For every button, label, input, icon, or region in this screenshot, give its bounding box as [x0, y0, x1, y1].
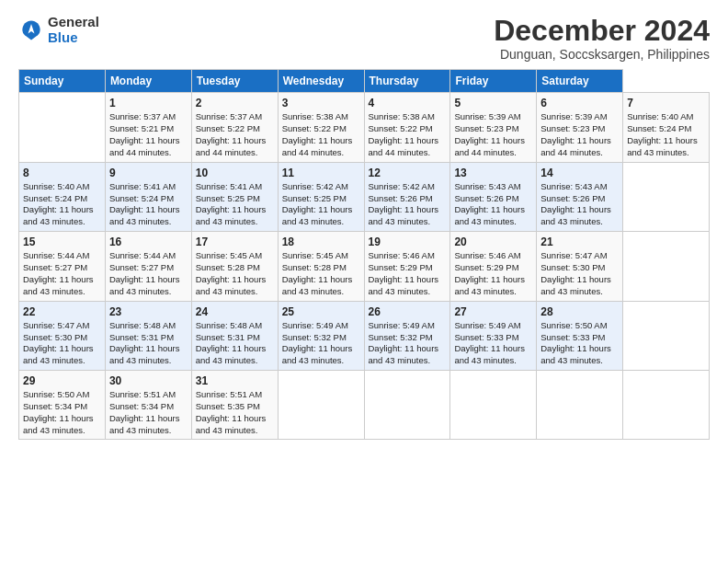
sunrise-text: Sunrise: 5:46 AM: [369, 250, 435, 260]
sunrise-text: Sunrise: 5:51 AM: [109, 389, 176, 399]
logo-blue-text: Blue: [48, 30, 99, 46]
day-number: 17: [196, 235, 274, 249]
sunset-text: Sunset: 5:29 PM: [454, 262, 518, 272]
header-wednesday: Wednesday: [278, 70, 364, 93]
sunset-text: Sunset: 5:31 PM: [196, 332, 260, 342]
day-number: 11: [282, 166, 360, 180]
daylight-text: Daylight: 11 hours and 44 minutes.: [454, 135, 525, 157]
calendar-cell-w3-d2: 24Sunrise: 5:48 AMSunset: 5:31 PMDayligh…: [191, 301, 278, 370]
calendar-cell-w0-d5: 5Sunrise: 5:39 AMSunset: 5:23 PMDaylight…: [450, 93, 537, 162]
sunrise-text: Sunrise: 5:40 AM: [627, 111, 693, 121]
calendar-cell-w3-d5: 27Sunrise: 5:49 AMSunset: 5:33 PMDayligh…: [450, 301, 537, 370]
daylight-text: Daylight: 11 hours and 43 minutes.: [540, 204, 611, 226]
sunrise-text: Sunrise: 5:40 AM: [23, 181, 89, 191]
sunset-text: Sunset: 5:25 PM: [282, 193, 347, 203]
sunset-text: Sunset: 5:33 PM: [540, 332, 605, 342]
sunset-text: Sunset: 5:22 PM: [369, 123, 433, 133]
day-number: 21: [540, 235, 619, 249]
sunset-text: Sunset: 5:24 PM: [23, 193, 87, 203]
sunrise-text: Sunrise: 5:39 AM: [540, 111, 607, 121]
calendar-cell-w4-d3: [278, 370, 364, 439]
sunrise-text: Sunrise: 5:46 AM: [454, 250, 520, 260]
sunrise-text: Sunrise: 5:42 AM: [282, 181, 348, 191]
day-number: 31: [196, 373, 274, 388]
daylight-text: Daylight: 11 hours and 43 minutes.: [454, 343, 525, 365]
calendar-cell-w3-d0: 22Sunrise: 5:47 AMSunset: 5:30 PMDayligh…: [19, 301, 106, 370]
sunrise-text: Sunrise: 5:43 AM: [540, 181, 607, 191]
daylight-text: Daylight: 11 hours and 43 minutes.: [282, 204, 353, 226]
sunrise-text: Sunrise: 5:49 AM: [369, 320, 435, 330]
sunset-text: Sunset: 5:23 PM: [454, 123, 518, 133]
daylight-text: Daylight: 11 hours and 43 minutes.: [369, 274, 439, 296]
day-number: 27: [454, 304, 532, 319]
daylight-text: Daylight: 11 hours and 43 minutes.: [282, 343, 353, 365]
sunset-text: Sunset: 5:22 PM: [282, 123, 347, 133]
sunset-text: Sunset: 5:30 PM: [540, 262, 605, 272]
page: General Blue December 2024 Dunguan, Socc…: [0, 0, 728, 563]
sunset-text: Sunset: 5:30 PM: [23, 332, 87, 342]
day-number: 15: [23, 235, 101, 249]
sunrise-text: Sunrise: 5:49 AM: [282, 320, 348, 330]
daylight-text: Daylight: 11 hours and 43 minutes.: [540, 274, 611, 296]
calendar-cell-w2-d1: 16Sunrise: 5:44 AMSunset: 5:27 PMDayligh…: [105, 232, 191, 301]
calendar-cell-w0-d1: 1Sunrise: 5:37 AMSunset: 5:21 PMDaylight…: [105, 93, 191, 162]
day-number: 3: [282, 96, 360, 110]
daylight-text: Daylight: 11 hours and 43 minutes.: [454, 274, 525, 296]
day-number: 30: [109, 373, 188, 388]
sunset-text: Sunset: 5:32 PM: [282, 332, 347, 342]
calendar-table: Sunday Monday Tuesday Wednesday Thursday…: [18, 69, 710, 440]
day-number: 1: [109, 96, 188, 110]
day-number: 24: [196, 304, 274, 319]
sunrise-text: Sunrise: 5:37 AM: [196, 111, 262, 121]
calendar-cell-w3-d1: 23Sunrise: 5:48 AMSunset: 5:31 PMDayligh…: [105, 301, 191, 370]
day-number: 8: [23, 166, 101, 180]
sunset-text: Sunset: 5:29 PM: [369, 262, 433, 272]
sunset-text: Sunset: 5:24 PM: [109, 193, 174, 203]
calendar-cell-w4-d4: [364, 370, 450, 439]
sunset-text: Sunset: 5:33 PM: [454, 332, 518, 342]
logo-icon: [18, 17, 44, 43]
sunset-text: Sunset: 5:22 PM: [196, 123, 260, 133]
header-sunday: Sunday: [19, 70, 106, 93]
sunrise-text: Sunrise: 5:50 AM: [540, 320, 607, 330]
sunrise-text: Sunrise: 5:41 AM: [196, 181, 262, 191]
header-saturday: Saturday: [537, 70, 623, 93]
daylight-text: Daylight: 11 hours and 44 minutes.: [109, 135, 180, 157]
sunrise-text: Sunrise: 5:39 AM: [454, 111, 520, 121]
daylight-text: Daylight: 11 hours and 43 minutes.: [369, 204, 439, 226]
calendar-cell-w3-d4: 26Sunrise: 5:49 AMSunset: 5:32 PMDayligh…: [364, 301, 450, 370]
calendar-cell-w4-d0: 29Sunrise: 5:50 AMSunset: 5:34 PMDayligh…: [19, 370, 106, 439]
day-number: 22: [23, 304, 101, 319]
logo: General Blue: [18, 15, 99, 45]
sunrise-text: Sunrise: 5:45 AM: [196, 250, 262, 260]
sunset-text: Sunset: 5:21 PM: [109, 123, 174, 133]
header-friday: Friday: [450, 70, 537, 93]
daylight-text: Daylight: 11 hours and 43 minutes.: [23, 343, 94, 365]
sunrise-text: Sunrise: 5:47 AM: [23, 320, 89, 330]
sunrise-text: Sunrise: 5:41 AM: [109, 181, 176, 191]
calendar-week-2: 15Sunrise: 5:44 AMSunset: 5:27 PMDayligh…: [19, 232, 710, 301]
daylight-text: Daylight: 11 hours and 43 minutes.: [369, 343, 439, 365]
calendar-cell-w4-d1: 30Sunrise: 5:51 AMSunset: 5:34 PMDayligh…: [105, 370, 191, 439]
sunrise-text: Sunrise: 5:48 AM: [196, 320, 262, 330]
day-number: 19: [369, 235, 447, 249]
title-block: December 2024 Dunguan, Soccsksargen, Phi…: [494, 15, 710, 62]
header-tuesday: Tuesday: [191, 70, 278, 93]
day-number: 25: [282, 304, 360, 319]
day-number: 9: [109, 166, 188, 180]
daylight-text: Daylight: 11 hours and 43 minutes.: [196, 204, 267, 226]
calendar-header: Sunday Monday Tuesday Wednesday Thursday…: [19, 70, 710, 93]
day-number: 5: [454, 96, 532, 110]
day-number: 6: [540, 96, 619, 110]
sunset-text: Sunset: 5:28 PM: [282, 262, 347, 272]
header-thursday: Thursday: [364, 70, 450, 93]
daylight-text: Daylight: 11 hours and 43 minutes.: [23, 413, 94, 435]
logo-general-text: General: [48, 15, 99, 30]
sunset-text: Sunset: 5:34 PM: [23, 401, 87, 411]
sunset-text: Sunset: 5:32 PM: [369, 332, 433, 342]
sunrise-text: Sunrise: 5:44 AM: [109, 250, 176, 260]
sunrise-text: Sunrise: 5:49 AM: [454, 320, 520, 330]
calendar-cell-w0-d2: 2Sunrise: 5:37 AMSunset: 5:22 PMDaylight…: [191, 93, 278, 162]
calendar-cell-w2-d3: 18Sunrise: 5:45 AMSunset: 5:28 PMDayligh…: [278, 232, 364, 301]
calendar-cell-w1-d1: 9Sunrise: 5:41 AMSunset: 5:24 PMDaylight…: [105, 162, 191, 231]
